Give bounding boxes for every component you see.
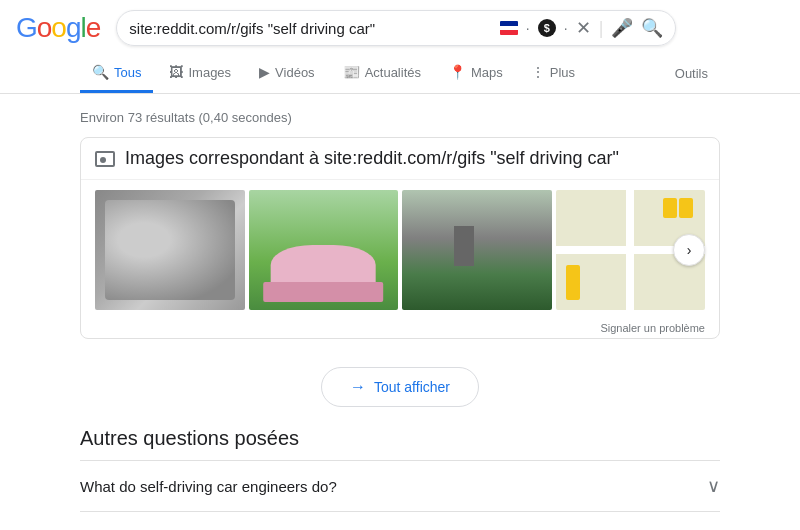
nav-tabs: 🔍 Tous 🖼 Images ▶ Vidéos 📰 Actualités 📍 … — [0, 54, 800, 94]
pink-car-image — [249, 190, 399, 310]
tab-videos[interactable]: ▶ Vidéos — [247, 54, 327, 93]
question-text-1: What do self-driving car engineers do? — [80, 478, 337, 495]
plus-icon: ⋮ — [531, 64, 545, 80]
dot-sep-1: · — [526, 20, 530, 36]
show-all-label: Tout afficher — [374, 379, 450, 395]
google-logo: Google — [16, 12, 100, 44]
tab-actualites[interactable]: 📰 Actualités — [331, 54, 433, 93]
logo-g: G — [16, 12, 37, 44]
french-flag-icon — [500, 21, 518, 35]
tab-tous-label: Tous — [114, 65, 141, 80]
map-car-4 — [566, 265, 580, 285]
image-results-section: Images correspondant à site:reddit.com/r… — [80, 137, 720, 339]
logo-o1: o — [37, 12, 52, 44]
image-section-icon — [95, 151, 115, 167]
clear-icon[interactable]: ✕ — [576, 19, 591, 37]
autres-questions-section: Autres questions posées What do self-dri… — [80, 419, 720, 530]
tab-plus-label: Plus — [550, 65, 575, 80]
search-input[interactable] — [129, 20, 492, 37]
tab-videos-label: Vidéos — [275, 65, 315, 80]
search-bar-icons: · $ · ✕ | 🎤 🔍 — [500, 17, 663, 39]
show-all-row: → Tout afficher — [80, 355, 720, 419]
header: Google · $ · ✕ | 🎤 🔍 — [0, 0, 800, 54]
results-count: Environ 73 résultats (0,40 secondes) — [80, 102, 720, 137]
chevron-down-icon-2: ∨ — [707, 526, 720, 530]
tab-images[interactable]: 🖼 Images — [157, 54, 243, 93]
image-thumb-1[interactable] — [95, 190, 245, 310]
coin-icon: $ — [538, 19, 556, 37]
actualites-icon: 📰 — [343, 64, 360, 80]
images-icon: 🖼 — [169, 64, 183, 80]
tab-maps[interactable]: 📍 Maps — [437, 54, 515, 93]
question-item-1[interactable]: What do self-driving car engineers do? ∨ — [80, 460, 720, 511]
logo-g2: g — [66, 12, 81, 44]
map-car-1 — [679, 198, 693, 218]
tab-images-label: Images — [188, 65, 231, 80]
arrow-right-icon: → — [350, 378, 366, 396]
image-thumb-3[interactable] — [402, 190, 552, 310]
image-section-title: Images correspondant à site:reddit.com/r… — [125, 148, 619, 169]
street-image — [402, 190, 552, 310]
map-car-2 — [663, 198, 677, 218]
dot-sep-2: · — [564, 20, 568, 36]
maps-icon: 📍 — [449, 64, 466, 80]
image-section-header: Images correspondant à site:reddit.com/r… — [81, 138, 719, 180]
search-bar[interactable]: · $ · ✕ | 🎤 🔍 — [116, 10, 676, 46]
outils-button[interactable]: Outils — [663, 56, 720, 91]
chevron-down-icon-1: ∨ — [707, 475, 720, 497]
videos-icon: ▶ — [259, 64, 270, 80]
autres-questions-title: Autres questions posées — [80, 427, 720, 450]
question-item-2[interactable]: Has self-driving cars been invented? ∨ — [80, 511, 720, 530]
results-area: Environ 73 résultats (0,40 secondes) Ima… — [0, 94, 800, 530]
image-thumb-2[interactable] — [249, 190, 399, 310]
tab-actualites-label: Actualités — [365, 65, 421, 80]
search-submit-icon[interactable]: 🔍 — [641, 17, 663, 39]
divider: | — [599, 18, 604, 39]
report-problem-link[interactable]: Signaler un problème — [81, 320, 719, 338]
next-images-button[interactable]: › — [673, 234, 705, 266]
image-grid: › — [81, 180, 719, 320]
tous-icon: 🔍 — [92, 64, 109, 80]
tab-maps-label: Maps — [471, 65, 503, 80]
tab-tous[interactable]: 🔍 Tous — [80, 54, 153, 93]
logo-o2: o — [51, 12, 66, 44]
logo-e: e — [86, 12, 101, 44]
car-interior-image — [95, 190, 245, 310]
tab-plus[interactable]: ⋮ Plus — [519, 54, 587, 93]
microphone-icon[interactable]: 🎤 — [611, 17, 633, 39]
show-all-button[interactable]: → Tout afficher — [321, 367, 479, 407]
